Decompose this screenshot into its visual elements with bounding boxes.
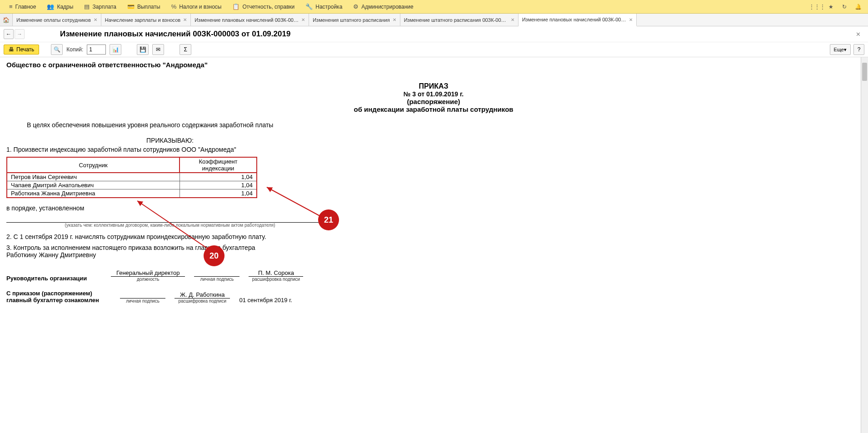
preview-button[interactable]: 🔍 — [51, 44, 63, 55]
order-sub2: об индексации заработной платы сотрудник… — [6, 105, 861, 113]
tab-item-active[interactable]: Изменение плановых начислений 00ЗК-00000… — [519, 14, 637, 26]
table-row: Чапаев Дмитрий Анатольевич 1,04 — [7, 181, 257, 189]
position-sublabel: должность — [111, 277, 185, 282]
bell-icon[interactable]: 🔔 — [852, 0, 864, 13]
people-icon: 👥 — [47, 3, 54, 10]
tab-label: Изменение штатного расписания 00ЗК-00000… — [404, 17, 508, 23]
menu-payments[interactable]: 💳Выплаты — [122, 0, 166, 13]
tab-item[interactable]: Изменение плановых начислений 00ЗК-00000… — [191, 14, 309, 26]
vertical-scrollbar[interactable] — [861, 57, 868, 433]
main-menu-bar: ≡Главное 👥Кадры ▤Зарплата 💳Выплаты %Нало… — [0, 0, 868, 14]
history-icon[interactable]: ↻ — [838, 0, 851, 13]
grid-icon: ▤ — [84, 3, 90, 10]
tabs-bar: 🏠 Изменение оплаты сотрудников✕ Начислен… — [0, 14, 868, 26]
signature-sublabel: личная подпись — [120, 299, 165, 304]
coef-cell: 1,04 — [180, 189, 257, 198]
emp-cell: Петров Иван Сергеевич — [7, 173, 180, 181]
ack-date: 01 сентября 2019 г. — [239, 297, 292, 304]
indexation-table: Сотрудник Коэффициент индексации Петров … — [6, 157, 257, 198]
col-header-employee: Сотрудник — [7, 157, 180, 173]
menu-label: Выплаты — [137, 4, 160, 10]
help-button[interactable]: ? — [853, 44, 864, 55]
nav-back-button[interactable]: ← — [4, 29, 14, 39]
order-number: № 3 от 01.09.2019 г. — [6, 90, 861, 98]
name-sublabel: расшифровка подписи — [249, 277, 303, 282]
signature-ack-row: С приказом (распоряжением) главный бухга… — [6, 290, 861, 304]
item-3a: 3. Контроль за исполнением настоящего пр… — [6, 244, 861, 251]
copies-label: Копий: — [66, 46, 83, 53]
intro-text: В целях обеспечения повышения уровня реа… — [27, 121, 861, 129]
copies-input[interactable] — [87, 45, 106, 55]
menu-taxes[interactable]: %Налоги и взносы — [166, 0, 227, 13]
menu-main[interactable]: ≡Главное — [4, 0, 41, 13]
card-icon: 💳 — [127, 3, 135, 10]
item-2: 2. С 1 сентября 2019 г. начислять сотруд… — [6, 233, 861, 240]
tab-label: Изменение плановых начислений 00ЗК-00000… — [522, 17, 626, 22]
menu-label: Отчетность, справки — [242, 4, 294, 10]
head-name: П. М. Сорока — [249, 269, 303, 277]
star-icon[interactable]: ★ — [824, 0, 837, 13]
tab-item[interactable]: Изменение оплаты сотрудников✕ — [13, 14, 101, 26]
menu-label: Настройка — [315, 4, 342, 10]
save-button[interactable]: 💾 — [137, 44, 149, 55]
hint-text: (указать чем: коллективным договором, ка… — [6, 223, 334, 228]
tab-label: Изменение оплаты сотрудников — [16, 17, 91, 23]
close-icon[interactable]: ✕ — [629, 17, 633, 22]
more-label: Еще — [834, 47, 844, 52]
percent-icon: % — [171, 3, 177, 10]
close-icon[interactable]: ✕ — [301, 17, 305, 22]
nav-row: ← → Изменение плановых начислений 00ЗК-0… — [0, 26, 868, 42]
ack-label-1: С приказом (распоряжением) — [6, 290, 111, 297]
clipboard-icon: 📋 — [232, 3, 239, 10]
toolbar: 🖶Печать 🔍 Копий: 📊 💾 ✉ Σ Еще ▾ ? — [0, 42, 868, 57]
close-icon[interactable]: ✕ — [511, 17, 514, 22]
apps-icon[interactable]: ⋮⋮⋮ — [811, 0, 823, 13]
emp-cell: Чапаев Дмитрий Анатольевич — [7, 181, 180, 189]
coef-cell: 1,04 — [180, 181, 257, 189]
home-tab[interactable]: 🏠 — [0, 14, 13, 26]
print-label: Печать — [16, 46, 34, 53]
menu-personnel[interactable]: 👥Кадры — [41, 0, 79, 13]
email-button[interactable]: ✉ — [152, 44, 164, 55]
tab-item[interactable]: Изменение штатного расписания 00ЗК-00000… — [400, 14, 519, 26]
annotation-badge-20: 20 — [204, 245, 224, 266]
nav-forward-button[interactable]: → — [15, 29, 25, 39]
close-icon[interactable]: ✕ — [183, 17, 187, 22]
scroll-thumb[interactable] — [862, 63, 867, 81]
menu-salary[interactable]: ▤Зарплата — [79, 0, 122, 13]
menu-label: Налоги и взносы — [179, 4, 221, 10]
porядok-text: в порядке, установленном — [6, 204, 861, 212]
ack-signature — [120, 291, 165, 299]
document-preview: Общество с ограниченной ответственностью… — [0, 57, 861, 433]
page-title: Изменение плановых начислений 00ЗК-00000… — [60, 30, 290, 39]
more-button[interactable]: Еще ▾ — [830, 44, 851, 55]
close-page-icon[interactable]: ✕ — [852, 31, 864, 38]
menu-icon: ≡ — [9, 3, 13, 10]
menu-label: Кадры — [57, 4, 73, 10]
print-button[interactable]: 🖶Печать — [4, 45, 39, 55]
menu-reports[interactable]: 📋Отчетность, справки — [227, 0, 300, 13]
wrench-icon: 🔧 — [305, 3, 313, 10]
gear-icon: ⚙ — [353, 3, 359, 10]
item-3b: Работкину Жанну Дмитриевну — [6, 251, 861, 259]
tab-item[interactable]: Изменения штатного расписания✕ — [309, 14, 400, 26]
signature-head-row: Руководитель организации Генеральный дир… — [6, 269, 861, 282]
svg-line-1 — [267, 187, 327, 220]
menu-admin[interactable]: ⚙Администрирование — [348, 0, 419, 13]
table-row: Работкина Жанна Дмитриевна 1,04 — [7, 189, 257, 198]
underline — [6, 218, 334, 223]
ack-name: Ж. Д. Работкина — [175, 291, 230, 299]
tab-item[interactable]: Начисление зарплаты и взносов✕ — [101, 14, 191, 26]
menu-label: Главное — [15, 4, 36, 10]
export-button[interactable]: 📊 — [110, 44, 121, 55]
order-sub1: (распоряжение) — [6, 98, 861, 105]
emp-cell: Работкина Жанна Дмитриевна — [7, 189, 180, 198]
printer-icon: 🖶 — [9, 46, 14, 53]
menu-settings[interactable]: 🔧Настройка — [300, 0, 348, 13]
sum-button[interactable]: Σ — [180, 44, 191, 55]
head-signature — [194, 269, 239, 277]
item-1: 1. Произвести индексацию заработной плат… — [6, 146, 861, 153]
close-icon[interactable]: ✕ — [94, 17, 97, 22]
ack-label-2: главный бухгалтер ознакомлен — [6, 297, 111, 304]
close-icon[interactable]: ✕ — [393, 17, 396, 22]
